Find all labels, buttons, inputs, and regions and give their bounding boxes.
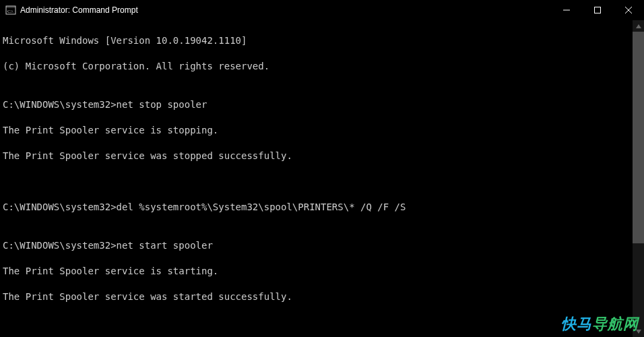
banner-line: (c) Microsoft Corporation. All rights re… — [3, 60, 629, 73]
scroll-track[interactable] — [633, 32, 644, 326]
command-text: net start spooler — [117, 240, 213, 251]
minimize-button[interactable] — [551, 0, 582, 20]
prompt: C:\WINDOWS\system32> — [3, 202, 117, 212]
scroll-thumb[interactable] — [633, 32, 644, 243]
command-text: net stop spooler — [117, 99, 207, 110]
output-line: The Print Spooler service was started su… — [3, 290, 629, 303]
prompt: C:\WINDOWS\system32> — [3, 240, 117, 251]
svg-marker-7 — [636, 24, 641, 28]
command-text: del %systemroot%\System32\spool\PRINTERS… — [117, 202, 406, 212]
svg-rect-4 — [595, 7, 601, 13]
svg-text:C:\: C:\ — [7, 9, 13, 14]
cmd-icon: C:\ — [5, 5, 16, 16]
chevron-down-icon — [636, 330, 641, 334]
maximize-icon — [594, 7, 601, 13]
maximize-button[interactable] — [582, 0, 613, 20]
window-controls — [551, 0, 644, 20]
terminal-output: Microsoft Windows [Version 10.0.19042.11… — [0, 20, 632, 337]
scroll-up-button[interactable] — [633, 20, 644, 32]
command-line: C:\WINDOWS\system32>net stop spooler — [3, 98, 629, 111]
scroll-down-button[interactable] — [633, 326, 644, 337]
terminal-area[interactable]: Microsoft Windows [Version 10.0.19042.11… — [0, 20, 644, 337]
svg-rect-1 — [6, 6, 15, 8]
banner-line: Microsoft Windows [Version 10.0.19042.11… — [3, 34, 629, 47]
command-line: C:\WINDOWS\system32>net start spooler — [3, 239, 629, 252]
titlebar[interactable]: C:\ Administrator: Command Prompt — [0, 0, 644, 20]
output-line: The Print Spooler service was stopped su… — [3, 150, 629, 162]
close-button[interactable] — [613, 0, 644, 20]
svg-marker-8 — [636, 330, 641, 334]
prompt: C:\WINDOWS\system32> — [3, 99, 117, 110]
close-icon — [625, 7, 632, 13]
minimize-icon — [563, 7, 570, 13]
command-line: C:\WINDOWS\system32>del %systemroot%\Sys… — [3, 201, 629, 214]
output-line: The Print Spooler service is starting. — [3, 265, 629, 278]
vertical-scrollbar[interactable] — [633, 20, 644, 337]
chevron-up-icon — [636, 24, 641, 28]
output-line: The Print Spooler service is stopping. — [3, 124, 629, 137]
window-title: Administrator: Command Prompt — [20, 5, 138, 15]
